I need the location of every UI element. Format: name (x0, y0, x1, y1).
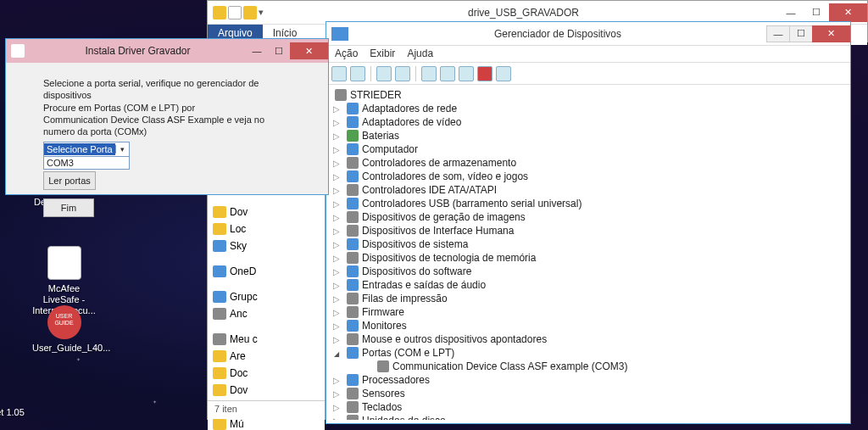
folder-icon (213, 367, 226, 379)
close-button[interactable]: ✕ (812, 25, 850, 42)
com-port-icon (377, 360, 389, 372)
mouse-icon (347, 333, 359, 345)
tree-node[interactable]: Filas de impressão (331, 292, 845, 305)
list-item[interactable]: OneD (211, 263, 321, 280)
tree-node[interactable]: Computador (331, 142, 845, 156)
tree-node[interactable]: Monitores (331, 319, 845, 332)
monitor-icon (347, 320, 359, 332)
combo-dropdown[interactable]: COM3 (43, 157, 130, 170)
app-icon (11, 44, 25, 58)
tree-node[interactable]: Mouse e outros dispositivos apontadores (331, 332, 845, 346)
read-ports-button[interactable]: Ler portas (43, 171, 96, 190)
list-item[interactable]: Sky (211, 237, 321, 254)
port-select-combo[interactable]: Selecione Porta ▾ (43, 142, 130, 157)
devmgr-titlebar[interactable]: Gerenciador de Dispositivos — ☐ ✕ (326, 22, 850, 46)
tree-node[interactable]: Controladores de armazenamento (331, 156, 845, 170)
explorer-title: drive_USB_GRAVADOR (269, 7, 778, 19)
folder-icon (213, 6, 226, 20)
toolbar-help-icon[interactable] (395, 66, 410, 81)
tree-node-ports[interactable]: Portas (COM e LPT) (331, 346, 845, 360)
tree-node[interactable]: Dispositivos do software (331, 265, 845, 278)
tree-node[interactable]: Dispositivos de geração de imagens (331, 210, 845, 224)
folder-icon (243, 6, 257, 20)
mcafee-icon (47, 246, 81, 280)
tree-node[interactable]: Unidades de disco (331, 414, 845, 420)
tree-node[interactable]: Processadores (331, 373, 845, 387)
computer-icon (213, 333, 226, 345)
minimize-button[interactable]: — (246, 42, 268, 59)
tree-node[interactable]: Firmware (331, 305, 845, 319)
disk-icon (347, 415, 359, 420)
tree-node[interactable]: Sensores (331, 387, 845, 400)
devmgr-toolbar (326, 63, 850, 85)
menu-view[interactable]: Exibir (370, 47, 395, 60)
desktop-icon[interactable]: et 1.05 (0, 407, 36, 418)
tree-node[interactable]: Adaptadores de vídeo (331, 115, 845, 129)
computer-icon (335, 89, 347, 101)
sensor-icon (347, 388, 359, 399)
tree-node[interactable]: Controladores IDE ATA/ATAPI (331, 183, 845, 197)
end-button[interactable]: Fim (43, 198, 94, 217)
tree-node-com3[interactable]: Communication Device Class ASF example (… (362, 360, 845, 373)
tree-node[interactable]: Controladores USB (barramento serial uni… (331, 197, 845, 210)
tree-root[interactable]: STRIEDER (331, 88, 845, 102)
toolbar-scan-icon[interactable] (421, 66, 437, 81)
menu-help[interactable]: Ajuda (407, 47, 433, 60)
list-item[interactable]: Meu c (211, 331, 321, 348)
memory-icon (347, 252, 359, 264)
toolbar-props-icon[interactable] (376, 66, 392, 81)
menu-action[interactable]: Ação (335, 47, 358, 60)
combo-selected: Selecione Porta (44, 143, 115, 155)
list-item[interactable]: Doc (211, 365, 321, 382)
user-guide-icon: USER GUIDE (47, 305, 81, 339)
battery-icon (347, 130, 359, 142)
tree-node[interactable]: Dispositivos de tecnologia de memória (331, 251, 845, 265)
tree-node[interactable]: Dispositivos de sistema (331, 237, 845, 251)
tree-node[interactable]: Controladores de som, vídeo e jogos (331, 170, 845, 183)
tree-node[interactable]: Dispositivos de Interface Humana (331, 224, 845, 237)
usb-icon (347, 198, 359, 209)
toolbar-fwd-icon[interactable] (350, 66, 365, 81)
tree-node[interactable]: Baterias (331, 129, 845, 142)
chevron-down-icon: ▾ (115, 145, 129, 154)
tree-node[interactable]: Adaptadores de rede (331, 102, 845, 115)
maximize-button[interactable]: ☐ (804, 3, 829, 22)
minimize-button[interactable]: — (778, 3, 804, 22)
ports-icon (347, 347, 359, 359)
toolbar-uninstall-icon[interactable] (459, 66, 474, 81)
close-button[interactable]: ✕ (290, 42, 328, 59)
device-manager-window: Gerenciador de Dispositivos — ☐ ✕ Ação E… (326, 21, 851, 424)
explorer-quick-access: ▾ (208, 3, 269, 23)
toolbar-update-icon[interactable] (440, 66, 455, 81)
maximize-button[interactable]: ☐ (268, 42, 290, 59)
ide-icon (347, 184, 359, 196)
sound-icon (347, 170, 359, 182)
cpu-icon (347, 374, 359, 386)
close-button[interactable]: ✕ (829, 3, 867, 22)
tree-node[interactable]: Entradas e saídas de áudio (331, 278, 845, 292)
toolbar-disable-icon[interactable] (477, 66, 492, 81)
list-item[interactable]: Are (211, 348, 321, 365)
doc-icon (228, 6, 242, 20)
toolbar-refresh-icon[interactable] (496, 66, 511, 81)
network-icon (347, 103, 359, 114)
toolbar-back-icon[interactable] (331, 66, 347, 81)
onedrive-icon (213, 265, 226, 277)
dialog-titlebar[interactable]: Instala Driver Gravador — ☐ ✕ (6, 39, 328, 63)
tree-node[interactable]: Teclados (331, 400, 845, 414)
list-item[interactable]: Grupc (211, 288, 321, 305)
minimize-button[interactable]: — (766, 25, 790, 42)
devmgr-tree[interactable]: STRIEDER Adaptadores de rede Adaptadores… (326, 85, 850, 420)
dialog-text: Selecione a porta serial, verifique no g… (43, 78, 298, 102)
display-icon (347, 116, 359, 128)
list-item[interactable]: Anc (211, 305, 321, 322)
firmware-icon (347, 306, 359, 318)
dialog-text: Procure em Portas (COM e LPT) por (43, 103, 298, 114)
devmgr-menubar: Ação Exibir Ajuda (326, 46, 850, 63)
desktop-icon[interactable]: USER GUIDE User_Guide_L40... (32, 305, 96, 354)
maximize-button[interactable]: ☐ (789, 25, 813, 42)
person-icon (213, 308, 226, 320)
imaging-icon (347, 211, 359, 223)
list-item[interactable]: Dov (211, 382, 321, 399)
combo-option-com3[interactable]: COM3 (44, 157, 129, 169)
